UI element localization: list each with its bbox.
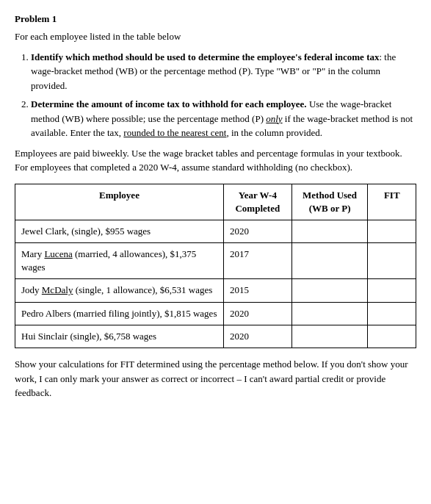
fit-cell — [368, 325, 416, 348]
fit-cell — [368, 302, 416, 325]
instruction-1-bold: Identify which method should be used to … — [31, 51, 379, 62]
closing-text: Employees are paid biweekly. Use the wag… — [15, 146, 416, 175]
fit-cell — [368, 243, 416, 279]
table-row: Hui Sinclair (single), $6,758 wages 2020 — [15, 325, 416, 348]
instruction-1: Identify which method should be used to … — [31, 50, 416, 93]
fit-cell — [368, 279, 416, 302]
year-cell: 2020 — [223, 220, 291, 242]
table-row: Pedro Albers (married filing jointly), $… — [15, 302, 416, 325]
method-cell — [291, 325, 368, 348]
employee-cell: Pedro Albers (married filing jointly), $… — [15, 302, 224, 325]
only-underline: only — [266, 113, 282, 124]
year-cell: 2015 — [223, 279, 291, 302]
header-employee: Employee — [15, 184, 224, 220]
employee-cell: Jody McDaly (single, 1 allowance), $6,53… — [15, 279, 224, 302]
method-cell — [291, 243, 368, 279]
intro-text: For each employee listed in the table be… — [15, 29, 416, 44]
header-year: Year W-4Completed — [223, 184, 291, 220]
method-cell — [291, 220, 368, 242]
table-header-row: Employee Year W-4Completed Method Used(W… — [15, 184, 416, 220]
header-method: Method Used(WB or P) — [291, 184, 368, 220]
year-cell: 2017 — [223, 243, 291, 279]
rounded-underline: rounded to the nearest cent — [123, 127, 226, 138]
instruction-2-bold: Determine the amount of income tax to wi… — [31, 98, 307, 109]
table-row: Mary Lucena (married, 4 allowances), $1,… — [15, 243, 416, 279]
lucena-underline: Lucena — [44, 248, 72, 259]
mcdaly-underline: McDaly — [42, 284, 73, 295]
method-cell — [291, 302, 368, 325]
method-cell — [291, 279, 368, 302]
problem-title: Problem 1 — [15, 13, 416, 25]
year-cell: 2020 — [223, 302, 291, 325]
instruction-2: Determine the amount of income tax to wi… — [31, 97, 416, 140]
employee-cell: Mary Lucena (married, 4 allowances), $1,… — [15, 243, 224, 279]
employee-table: Employee Year W-4Completed Method Used(W… — [15, 184, 416, 349]
employee-cell: Hui Sinclair (single), $6,758 wages — [15, 325, 224, 348]
fit-cell — [368, 220, 416, 242]
table-row: Jewel Clark, (single), $955 wages 2020 — [15, 220, 416, 242]
employee-cell: Jewel Clark, (single), $955 wages — [15, 220, 224, 242]
footer-text: Show your calculations for FIT determine… — [15, 357, 416, 400]
instructions-list: Identify which method should be used to … — [31, 50, 416, 140]
year-cell: 2020 — [223, 325, 291, 348]
table-row: Jody McDaly (single, 1 allowance), $6,53… — [15, 279, 416, 302]
header-fit: FIT — [368, 184, 416, 220]
